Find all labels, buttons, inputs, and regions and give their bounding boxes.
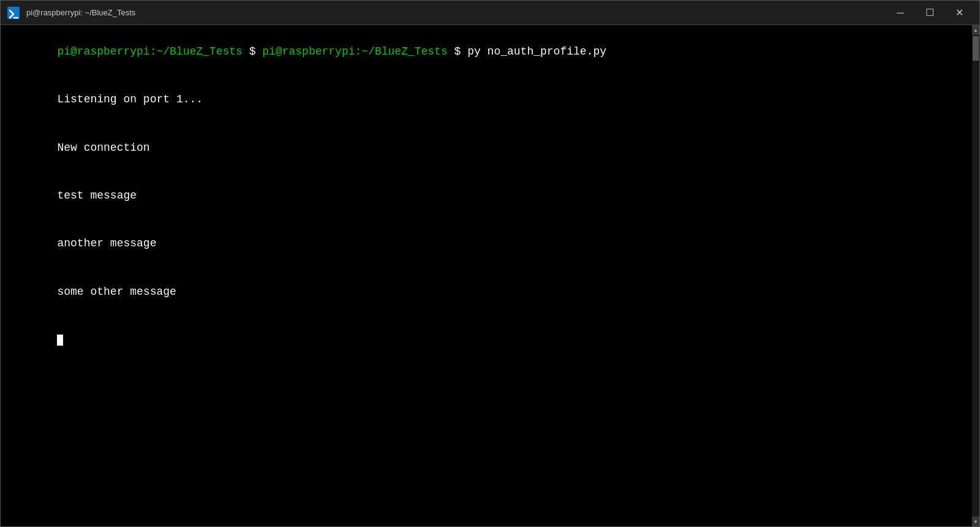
scroll-up-button[interactable]: ▲ [972, 25, 979, 35]
prompt1-symbol: $ [243, 45, 262, 58]
prompt2-user: pi@raspberrypi: [262, 45, 361, 58]
terminal-icon [7, 6, 20, 20]
titlebar: pi@raspberrypi: ~/BlueZ_Tests ─ ☐ ✕ [1, 1, 979, 25]
terminal-content[interactable]: pi@raspberrypi:~/BlueZ_Tests $ pi@raspbe… [1, 25, 972, 526]
maximize-button[interactable]: ☐ [916, 3, 944, 23]
scrollbar-thumb[interactable] [973, 36, 979, 61]
scroll-down-button[interactable]: ▼ [972, 517, 979, 526]
window-controls: ─ ☐ ✕ [886, 3, 973, 23]
prompt1-user: pi@raspberrypi: [57, 45, 156, 58]
cursor-line [4, 316, 968, 363]
window-title: pi@raspberrypi: ~/BlueZ_Tests [26, 8, 886, 17]
minimize-button[interactable]: ─ [886, 3, 914, 23]
prompt2-symbol: $ [448, 45, 467, 58]
scrollbar[interactable]: ▲ ▼ [972, 25, 979, 526]
output-line-2: New connection [4, 124, 968, 172]
terminal-cursor [57, 335, 63, 346]
close-button[interactable]: ✕ [945, 3, 973, 23]
terminal-body[interactable]: pi@raspberrypi:~/BlueZ_Tests $ pi@raspbe… [1, 25, 979, 526]
prompt1-dir: ~/BlueZ_Tests [156, 45, 242, 58]
output-line-1: Listening on port 1... [4, 75, 968, 123]
terminal-window: pi@raspberrypi: ~/BlueZ_Tests ─ ☐ ✕ pi@r… [0, 0, 980, 527]
output-line-5: some other message [4, 267, 968, 315]
output-line-4: another message [4, 219, 968, 267]
terminal-command-line: pi@raspberrypi:~/BlueZ_Tests $ pi@raspbe… [4, 28, 968, 75]
command-text: py no_auth_profile.py [467, 45, 606, 58]
prompt2-dir: ~/BlueZ_Tests [361, 45, 447, 58]
output-line-3: test message [4, 172, 968, 219]
scrollbar-track-area[interactable] [972, 35, 979, 517]
